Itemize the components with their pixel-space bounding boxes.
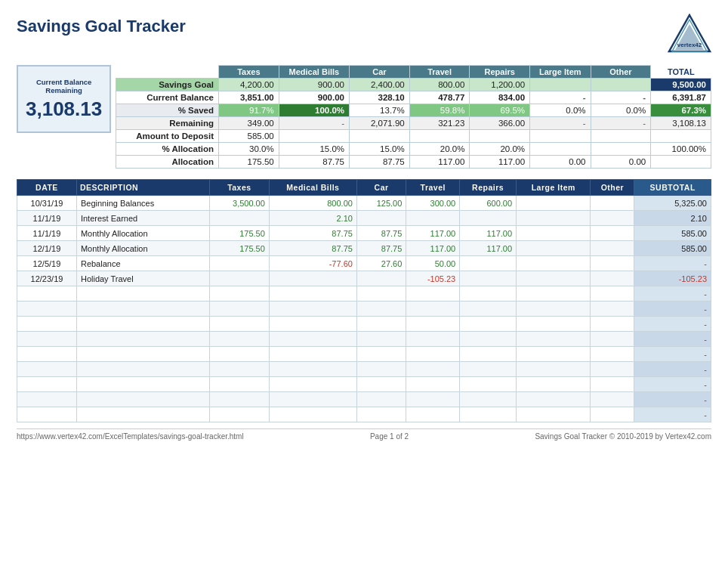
txn-desc: Monthly Allocation bbox=[76, 241, 209, 256]
footer: https://www.vertex42.com/ExcelTemplates/… bbox=[17, 428, 711, 441]
ps-taxes: 91.7% bbox=[219, 104, 279, 117]
txn-car bbox=[356, 271, 406, 286]
col-travel: Travel bbox=[409, 66, 470, 79]
al-travel: 117.00 bbox=[409, 156, 470, 169]
sg-large bbox=[530, 79, 591, 91]
pa-total: 100.00% bbox=[651, 143, 711, 156]
th-car: Car bbox=[356, 180, 406, 196]
rem-travel: 321.23 bbox=[409, 117, 470, 130]
txn-header-row: DATE DESCRIPTION Taxes Medical Bills Car… bbox=[17, 180, 711, 196]
table-row: - bbox=[17, 332, 711, 347]
summary-table: Taxes Medical Bills Car Travel Repairs L… bbox=[116, 65, 711, 169]
txn-travel bbox=[406, 211, 460, 226]
txn-repairs: 117.00 bbox=[460, 241, 517, 256]
txn-desc: Interest Earned bbox=[76, 211, 209, 226]
cb-repairs: 834.00 bbox=[470, 91, 530, 104]
al-repairs: 117.00 bbox=[470, 156, 530, 169]
cb-large: - bbox=[530, 91, 591, 104]
table-row: - bbox=[17, 347, 711, 362]
atd-car bbox=[350, 130, 410, 143]
txn-date: 12/5/19 bbox=[17, 256, 77, 271]
txn-car: 87.75 bbox=[356, 226, 406, 241]
txn-large bbox=[517, 211, 591, 226]
txn-other bbox=[591, 241, 634, 256]
pct-saved-row: % Saved 91.7% 100.0% 13.7% 59.8% 69.5% 0… bbox=[116, 104, 711, 117]
txn-date: 11/1/19 bbox=[17, 226, 77, 241]
txn-car: 27.60 bbox=[356, 256, 406, 271]
ps-travel: 59.8% bbox=[409, 104, 470, 117]
atd-repairs bbox=[470, 130, 530, 143]
al-total bbox=[651, 156, 711, 169]
ps-total: 67.3% bbox=[651, 104, 711, 117]
summary-section: current Balance Remaining 3,108.13 Taxes… bbox=[17, 65, 711, 169]
txn-large bbox=[517, 271, 591, 286]
sg-repairs: 1,200.00 bbox=[470, 79, 530, 91]
txn-car bbox=[356, 211, 406, 226]
rem-repairs: 366.00 bbox=[470, 117, 530, 130]
txn-medical: 2.10 bbox=[269, 211, 356, 226]
txn-subtotal: -105.23 bbox=[634, 271, 711, 286]
txn-medical bbox=[269, 271, 356, 286]
page: Savings Goal Tracker vertex42 current Ba… bbox=[0, 0, 728, 563]
balance-box: current Balance Remaining 3,108.13 bbox=[17, 65, 111, 133]
ps-repairs: 69.5% bbox=[470, 104, 530, 117]
svg-text:vertex42: vertex42 bbox=[677, 42, 702, 48]
sg-total: 9,500.00 bbox=[651, 79, 711, 91]
th-repairs: Repairs bbox=[460, 180, 517, 196]
pct-allocation-row: % Allocation 30.0% 15.0% 15.0% 20.0% 20.… bbox=[116, 143, 711, 156]
rem-total: 3,108.13 bbox=[651, 117, 711, 130]
pa-taxes: 30.0% bbox=[219, 143, 279, 156]
ps-other: 0.0% bbox=[591, 104, 651, 117]
txn-subtotal: - bbox=[634, 256, 711, 271]
pa-travel: 20.0% bbox=[409, 143, 470, 156]
txn-taxes bbox=[209, 211, 269, 226]
amount-deposit-label: Amount to Deposit bbox=[116, 130, 219, 143]
al-medical: 87.75 bbox=[279, 156, 349, 169]
al-large: 0.00 bbox=[530, 156, 591, 169]
sg-medical: 900.00 bbox=[279, 79, 349, 91]
txn-taxes bbox=[209, 271, 269, 286]
txn-desc: Beginning Balances bbox=[76, 196, 209, 211]
vertex42-logo-icon: vertex42 bbox=[668, 14, 711, 53]
txn-other bbox=[591, 256, 634, 271]
table-row: - bbox=[17, 407, 711, 422]
txn-medical: 87.75 bbox=[269, 241, 356, 256]
txn-date: 12/23/19 bbox=[17, 271, 77, 286]
pa-medical: 15.0% bbox=[279, 143, 349, 156]
table-row: - bbox=[17, 302, 711, 317]
txn-desc: Holiday Travel bbox=[76, 271, 209, 286]
table-row: 12/5/19 Rebalance -77.60 27.60 50.00 - bbox=[17, 256, 711, 271]
txn-large bbox=[517, 226, 591, 241]
savings-goal-label: Savings Goal bbox=[116, 79, 219, 91]
footer-center: Page 1 of 2 bbox=[370, 432, 409, 441]
txn-travel: 117.00 bbox=[406, 241, 460, 256]
al-car: 87.75 bbox=[350, 156, 410, 169]
current-balance-label: Current Balance bbox=[116, 91, 219, 104]
table-row: - bbox=[17, 392, 711, 407]
sg-taxes: 4,200.00 bbox=[219, 79, 279, 91]
cb-car: 328.10 bbox=[350, 91, 410, 104]
atd-total bbox=[651, 130, 711, 143]
ps-large: 0.0% bbox=[530, 104, 591, 117]
table-row: 11/1/19 Monthly Allocation 175.50 87.75 … bbox=[17, 226, 711, 241]
txn-other bbox=[591, 271, 634, 286]
txn-taxes: 175.50 bbox=[209, 241, 269, 256]
txn-desc: Rebalance bbox=[76, 256, 209, 271]
pct-saved-label: % Saved bbox=[116, 104, 219, 117]
pa-car: 15.0% bbox=[350, 143, 410, 156]
footer-left: https://www.vertex42.com/ExcelTemplates/… bbox=[17, 432, 244, 441]
balance-label: current Balance Remaining bbox=[36, 78, 91, 94]
txn-large bbox=[517, 196, 591, 211]
txn-repairs bbox=[460, 271, 517, 286]
sg-car: 2,400.00 bbox=[350, 79, 410, 91]
pa-other bbox=[591, 143, 651, 156]
txn-car: 125.00 bbox=[356, 196, 406, 211]
atd-travel bbox=[409, 130, 470, 143]
cb-taxes: 3,851.00 bbox=[219, 91, 279, 104]
sg-other bbox=[591, 79, 651, 91]
th-taxes: Taxes bbox=[209, 180, 269, 196]
txn-repairs: 117.00 bbox=[460, 226, 517, 241]
th-subtotal: SUBTOTAL bbox=[634, 180, 711, 196]
remaining-row: Remaining 349.00 - 2,071.90 321.23 366.0… bbox=[116, 117, 711, 130]
txn-date: 11/1/19 bbox=[17, 211, 77, 226]
